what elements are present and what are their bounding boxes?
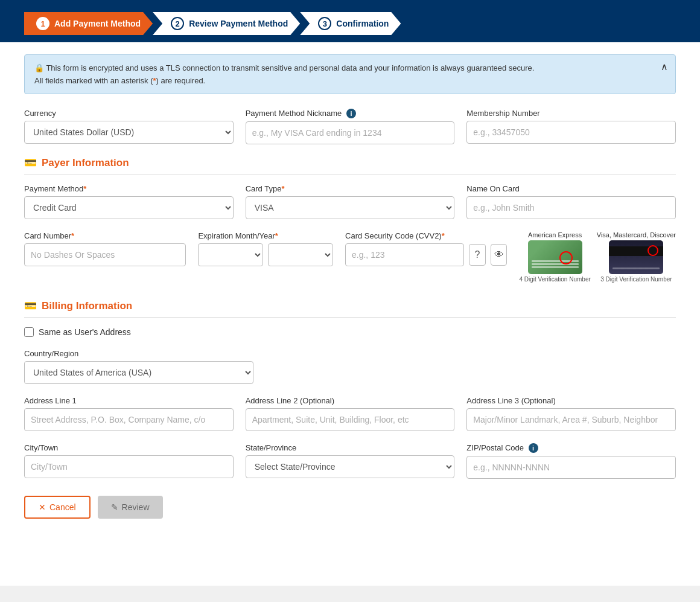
currency-select[interactable]: United States Dollar (USD) [24, 121, 234, 144]
payer-icon: 💳 [24, 156, 37, 169]
address2-label: Address Line 2 (Optional) [246, 396, 455, 405]
address3-input[interactable] [466, 408, 676, 431]
visa-card-rect [609, 240, 663, 274]
same-address-row: Same as User's Address [24, 327, 676, 337]
cvv-help-button[interactable]: ? [469, 244, 486, 266]
step-label-3: Confirmation [336, 19, 389, 28]
billing-section: 💳 Billing Information Same as User's Add… [24, 299, 676, 479]
expiry-label: Expiration Month/Year* [198, 231, 333, 240]
nickname-input[interactable] [246, 121, 455, 144]
cancel-button[interactable]: ✕ Cancel [24, 496, 91, 519]
cvv-label: Card Security Code (CVV2)* [345, 231, 507, 240]
zip-label: ZIP/Postal Code i [466, 443, 676, 453]
payment-method-label: Payment Method* [24, 184, 234, 193]
review-button[interactable]: ✎ Review [98, 496, 163, 519]
card-number-group: Card Number* [24, 231, 186, 266]
membership-input[interactable] [466, 121, 676, 144]
top-form-section: Currency United States Dollar (USD) Paym… [24, 109, 676, 144]
security-banner: ∧ 🔒 This form is encrypted and uses a TL… [24, 54, 676, 94]
security-message: 🔒 This form is encrypted and uses a TLS … [34, 63, 666, 72]
name-on-card-group: Name On Card [466, 184, 676, 219]
currency-group: Currency United States Dollar (USD) [24, 109, 234, 144]
amex-card-image: American Express 4 Digit Verification Nu… [519, 231, 590, 283]
step-label-2: Review Payment Method [189, 19, 288, 28]
address2-group: Address Line 2 (Optional) [246, 396, 455, 431]
expiry-month-select[interactable]: 01 02 03 04 05 06 07 08 09 10 11 12 [198, 243, 263, 266]
address3-group: Address Line 3 (Optional) [466, 396, 676, 431]
currency-label: Currency [24, 109, 234, 118]
country-select[interactable]: United States of America (USA) [24, 361, 253, 384]
visa-caption: 3 Digit Verification Number [600, 276, 672, 283]
state-group: State/Province Select State/Province [246, 443, 455, 479]
step-label-1: Add Payment Method [54, 19, 141, 28]
main-content: ∧ 🔒 This form is encrypted and uses a TL… [0, 42, 700, 586]
billing-section-title: 💳 Billing Information [24, 299, 676, 318]
address1-label: Address Line 1 [24, 396, 234, 405]
name-on-card-input[interactable] [466, 196, 676, 219]
payer-section-title: 💳 Payer Information [24, 156, 676, 175]
address1-input[interactable] [24, 408, 234, 431]
amex-cvv-circle [559, 251, 573, 264]
billing-icon: 💳 [24, 299, 37, 312]
payer-section: 💳 Payer Information Payment Method* Cred… [24, 156, 676, 283]
billing-address-row: Address Line 1 Address Line 2 (Optional)… [24, 396, 676, 431]
expiry-group: Expiration Month/Year* 01 02 03 04 05 06… [198, 231, 333, 266]
amex-card-line3 [532, 266, 579, 268]
card-type-label: Card Type* [246, 184, 455, 193]
state-select[interactable]: Select State/Province [246, 455, 455, 478]
address1-group: Address Line 1 [24, 396, 234, 431]
cvv-input[interactable] [345, 243, 464, 266]
form-actions: ✕ Cancel ✎ Review [24, 496, 676, 519]
card-images-container: American Express 4 Digit Verification Nu… [519, 231, 676, 283]
country-label: Country/Region [24, 349, 253, 358]
top-bar [0, 0, 700, 5]
payment-method-select[interactable]: Credit Card [24, 196, 234, 219]
billing-bottom-row: City/Town State/Province Select State/Pr… [24, 443, 676, 479]
card-number-input[interactable] [24, 243, 186, 266]
visa-card-image: Visa, Mastercard, Discover 3 Digit Verif… [597, 231, 676, 283]
same-address-label: Same as User's Address [39, 327, 131, 337]
city-label: City/Town [24, 443, 234, 452]
wizard-step-3[interactable]: 3 Confirmation [300, 12, 401, 35]
wizard-step-2[interactable]: 2 Review Payment Method [153, 12, 300, 35]
payer-top-row: Payment Method* Credit Card Card Type* V… [24, 184, 676, 219]
address3-label: Address Line 3 (Optional) [466, 396, 676, 405]
zip-input[interactable] [466, 456, 676, 479]
collapse-banner-button[interactable]: ∧ [661, 61, 668, 72]
expiry-year-select[interactable]: 2024 2025 2026 2027 2028 2029 2030 [268, 243, 333, 266]
card-type-select[interactable]: VISA [246, 196, 455, 219]
nickname-info-icon[interactable]: i [346, 109, 356, 118]
pencil-icon: ✎ [111, 502, 118, 512]
required-note: All fields marked with an asterisk (*) a… [34, 76, 666, 85]
card-number-label: Card Number* [24, 231, 186, 240]
amex-card-rect [528, 240, 582, 274]
wizard-bar: 1 Add Payment Method 2 Review Payment Me… [0, 5, 700, 42]
state-label: State/Province [246, 443, 455, 452]
address2-input[interactable] [246, 408, 455, 431]
card-type-group: Card Type* VISA [246, 184, 455, 219]
nickname-label: Payment Method Nickname i [246, 109, 455, 118]
cancel-icon: ✕ [39, 502, 46, 512]
name-on-card-label: Name On Card [466, 184, 676, 193]
step-num-2: 2 [171, 17, 184, 30]
membership-group: Membership Number [466, 109, 676, 144]
nickname-group: Payment Method Nickname i [246, 109, 455, 144]
cvv-visibility-button[interactable]: 👁 [491, 244, 508, 266]
cvv-group: Card Security Code (CVV2)* ? 👁 [345, 231, 507, 266]
amex-label: American Express [528, 231, 582, 239]
step-num-3: 3 [318, 17, 331, 30]
amex-caption: 4 Digit Verification Number [519, 276, 590, 283]
same-address-checkbox[interactable] [24, 327, 34, 337]
city-group: City/Town [24, 443, 234, 479]
payment-method-group: Payment Method* Credit Card [24, 184, 234, 219]
visa-label: Visa, Mastercard, Discover [597, 231, 676, 239]
step-num-1: 1 [36, 17, 49, 30]
zip-group: ZIP/Postal Code i [466, 443, 676, 479]
wizard-step-1[interactable]: 1 Add Payment Method [24, 12, 153, 35]
city-input[interactable] [24, 455, 234, 478]
country-group: Country/Region United States of America … [24, 349, 253, 384]
membership-label: Membership Number [466, 109, 676, 118]
zip-info-icon[interactable]: i [529, 443, 538, 453]
